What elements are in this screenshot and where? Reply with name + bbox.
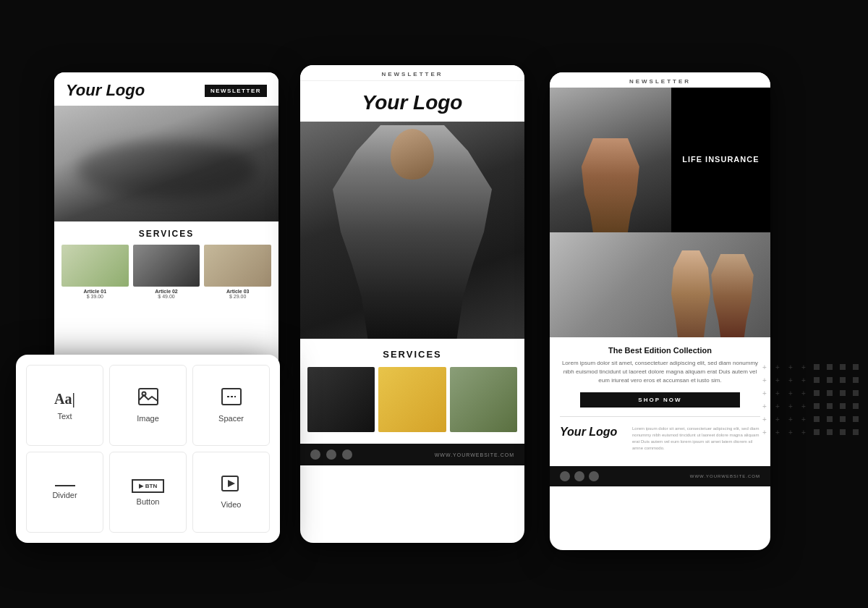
social-icon-twitter	[342, 449, 352, 460]
button-widget-item[interactable]: ▶ BTN Button	[109, 452, 187, 533]
phone3-hero-row: LIFE INSURANCE	[550, 88, 770, 232]
text-widget-item[interactable]: Aa| Text	[26, 365, 103, 446]
article-label-1: Article 01	[61, 289, 129, 294]
phone3-lorem-text: Lorem ipsum dolor sit amet, consectetuer…	[560, 359, 760, 385]
dot-15: +	[786, 401, 796, 411]
spacer-icon	[221, 388, 242, 410]
dot-sq-15	[840, 403, 846, 409]
spacer-widget-label: Spacer	[218, 414, 244, 423]
phone2-top-bar: NEWSLETTER	[300, 65, 524, 81]
article-image-3	[204, 245, 271, 287]
dot-sq-2	[827, 364, 833, 370]
dot-sq-22	[827, 429, 833, 435]
dot-13: +	[760, 401, 770, 411]
dot-sq-21	[814, 429, 820, 435]
dots-pattern: ++++ ++++ ++++ ++++ ++++ ++++	[760, 362, 861, 463]
phone3-life-insurance: LIFE INSURANCE	[671, 88, 770, 232]
phone2-article-2	[378, 367, 446, 432]
article-price-2: $ 49.00	[133, 294, 200, 299]
dot-23: +	[786, 427, 796, 437]
dot-19: +	[786, 414, 796, 424]
dot-6: +	[773, 375, 783, 385]
phone2-services: SERVICES	[300, 339, 524, 438]
social-icon-facebook	[326, 449, 336, 460]
article-label-2: Article 02	[133, 289, 200, 294]
phone1-newsletter-badge: NEWSLETTER	[205, 85, 267, 97]
phone1-article-1: Article 01 $ 39.00	[61, 245, 129, 299]
phone3-collection-title: The Best Edition Collection	[560, 346, 760, 355]
phone2-hero	[300, 122, 524, 339]
phone3-footer-text: Lorem ipsum dolor sit amet, consectetuer…	[632, 426, 760, 452]
dot-sq-13	[814, 403, 820, 409]
dot-sq-10	[827, 390, 833, 396]
dot-14: +	[773, 401, 783, 411]
widget-card: Aa| Text Image Spacer	[16, 355, 280, 543]
video-icon	[221, 476, 242, 496]
dot-sq-8	[853, 377, 859, 383]
divider-widget-label: Divider	[52, 491, 77, 499]
phone2-article-3	[450, 367, 517, 432]
phone1-services-title: SERVICES	[61, 229, 271, 239]
phone3-shop-button[interactable]: SHOP NOW	[580, 392, 741, 408]
dot-12: +	[799, 388, 809, 398]
dot-sq-19	[840, 416, 846, 422]
phone3-life-insurance-text: LIFE INSURANCE	[682, 154, 759, 165]
phone2-social	[310, 449, 352, 460]
phone1-hero-image	[54, 106, 278, 221]
dot-11: +	[786, 388, 796, 398]
dot-20: +	[799, 414, 809, 424]
image-widget-label: Image	[137, 414, 159, 423]
dot-10: +	[773, 388, 783, 398]
dot-sq-20	[853, 416, 859, 422]
social-icon-instagram	[310, 449, 320, 460]
phone3-divider	[560, 416, 760, 417]
dot-3: +	[786, 362, 796, 372]
dot-sq-14	[827, 403, 833, 409]
phone3-hero-image-top	[550, 88, 671, 232]
phone1-header: Your Logo NEWSLETTER	[54, 72, 278, 106]
phone1-logo: Your Logo	[66, 81, 145, 100]
phone2-article-1	[307, 367, 375, 432]
phone3-social-icon-1	[560, 471, 570, 481]
phone3-social-icon-3	[589, 471, 599, 481]
article-label-3: Article 03	[204, 289, 271, 294]
phone-card-2: NEWSLETTER Your Logo SERVICES	[300, 65, 524, 543]
phone3-content: The Best Edition Collection Lorem ipsum …	[550, 337, 770, 466]
phone1-article-2: Article 02 $ 49.00	[133, 245, 200, 299]
button-widget-label: Button	[137, 497, 160, 506]
dot-22: +	[773, 427, 783, 437]
phone1-hero	[54, 106, 278, 221]
image-widget-item[interactable]: Image	[109, 365, 187, 446]
dot-sq-7	[840, 377, 846, 383]
dot-sq-18	[827, 416, 833, 422]
phone-card-1: Your Logo NEWSLETTER SERVICES Article 01…	[54, 72, 278, 376]
dot-4: +	[799, 362, 809, 372]
divider-widget-item[interactable]: Divider	[26, 452, 103, 533]
dot-sq-4	[853, 364, 859, 370]
dot-sq-11	[840, 390, 846, 396]
article-image-2	[133, 245, 200, 287]
button-icon: ▶ BTN	[132, 479, 164, 493]
phone2-logo-area: Your Logo	[300, 81, 524, 122]
dot-1: +	[760, 362, 770, 372]
video-widget-item[interactable]: Video	[192, 452, 270, 533]
dot-sq-12	[853, 390, 859, 396]
dot-16: +	[799, 401, 809, 411]
phone3-footer-content: Your Logo Lorem ipsum dolor sit amet, co…	[560, 426, 760, 457]
phone2-footer: WWW.YOURWEBSITE.COM	[300, 444, 524, 465]
text-widget-label: Text	[57, 412, 72, 421]
dot-2: +	[773, 362, 783, 372]
phone-card-3: NEWSLETTER LIFE INSURANCE	[550, 72, 770, 550]
dot-sq-6	[827, 377, 833, 383]
dot-7: +	[786, 375, 796, 385]
phone1-article-3: Article 03 $ 29.00	[204, 245, 271, 299]
dot-sq-9	[814, 390, 820, 396]
spacer-widget-item[interactable]: Spacer	[192, 365, 270, 446]
dot-8: +	[799, 375, 809, 385]
dot-sq-3	[840, 364, 846, 370]
image-icon	[138, 388, 158, 410]
phone3-footer-logo: Your Logo	[560, 426, 625, 439]
dot-sq-23	[840, 429, 846, 435]
phone2-logo: Your Logo	[362, 91, 463, 114]
dot-21: +	[760, 427, 770, 437]
